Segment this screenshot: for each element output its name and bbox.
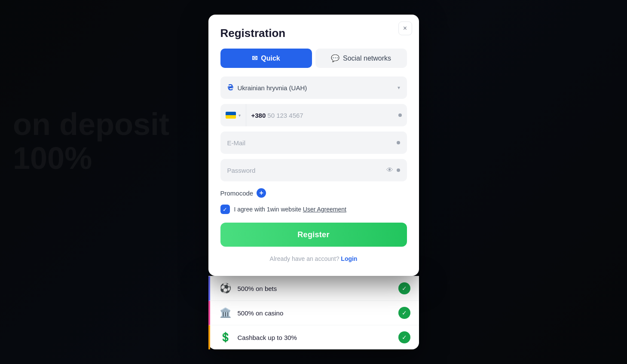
close-button[interactable]: × — [398, 21, 412, 35]
bonus-item-bets: ⚽ 500% on bets ✓ — [208, 276, 419, 301]
agree-text: I agree with 1win website User Agreement — [234, 206, 346, 213]
flag-chevron-icon: ▾ — [239, 113, 241, 118]
email-placeholder: E-Mail — [227, 139, 397, 147]
modal-title: Registration — [220, 27, 407, 40]
bonus-bets-text: 500% on bets — [238, 285, 393, 292]
register-button[interactable]: Register — [220, 223, 407, 247]
email-icon: ✉ — [252, 54, 257, 62]
promocode-row: Promocode + — [220, 188, 407, 198]
modal-wrapper: × Registration ✉ Quick 💬 Social networks… — [208, 15, 419, 349]
cashback-icon: 💲 — [219, 332, 232, 343]
phone-placeholder-text: 50 123 4567 — [267, 112, 303, 119]
bonus-casino-text: 500% on casino — [238, 309, 393, 317]
tab-social-networks[interactable]: 💬 Social networks — [315, 49, 407, 68]
tab-social-label: Social networks — [343, 55, 391, 62]
password-placeholder: Password — [227, 167, 386, 174]
eye-icon[interactable]: 👁 — [386, 166, 393, 174]
login-prompt-text: Already have an account? — [270, 255, 339, 262]
tab-quick-label: Quick — [261, 55, 280, 62]
login-prompt-row: Already have an account? Login — [220, 255, 407, 262]
user-agreement-link[interactable]: User Agreement — [303, 206, 346, 213]
phone-country-code: +380 — [251, 112, 266, 119]
registration-tabs: ✉ Quick 💬 Social networks — [220, 49, 407, 68]
phone-input-row: ▾ +380 50 123 4567 — [220, 104, 407, 126]
login-link[interactable]: Login — [341, 255, 357, 262]
phone-field-dot — [398, 113, 402, 117]
chevron-down-icon: ▾ — [398, 85, 400, 91]
email-field-dot — [397, 141, 400, 144]
promocode-label: Promocode — [220, 190, 254, 197]
registration-modal: × Registration ✉ Quick 💬 Social networks… — [208, 15, 419, 276]
phone-input[interactable]: +380 50 123 4567 — [246, 112, 398, 119]
bonus-item-casino: 🏛️ 500% on casino ✓ — [208, 301, 419, 325]
currency-selector[interactable]: ₴ Ukrainian hryvnia (UAH) ▾ — [220, 76, 407, 99]
bonus-cashback-text: Cashback up to 30% — [238, 334, 393, 341]
password-input[interactable]: Password 👁 — [220, 159, 407, 181]
email-input[interactable]: E-Mail — [220, 132, 407, 154]
bonus-item-cashback: 💲 Cashback up to 30% ✓ — [208, 325, 419, 349]
phone-flag-selector[interactable]: ▾ — [220, 104, 246, 126]
bonus-panel: ⚽ 500% on bets ✓ 🏛️ 500% on casino ✓ 💲 C… — [208, 276, 419, 349]
ukraine-flag — [226, 112, 236, 119]
casino-icon: 🏛️ — [219, 307, 232, 318]
agreement-row: ✓ I agree with 1win website User Agreeme… — [220, 205, 407, 214]
add-promocode-button[interactable]: + — [257, 188, 266, 198]
currency-icon: ₴ — [227, 83, 233, 92]
bonus-casino-check: ✓ — [398, 307, 410, 319]
bonus-bets-check: ✓ — [398, 282, 410, 294]
agreement-checkbox[interactable]: ✓ — [220, 205, 230, 214]
bonus-cashback-check: ✓ — [398, 331, 410, 343]
close-icon: × — [403, 24, 407, 32]
tab-quick[interactable]: ✉ Quick — [220, 49, 312, 68]
currency-value: Ukrainian hryvnia (UAH) — [238, 84, 393, 92]
social-icon: 💬 — [331, 54, 339, 62]
soccer-ball-icon: ⚽ — [219, 283, 232, 294]
password-field-dot — [397, 168, 400, 172]
